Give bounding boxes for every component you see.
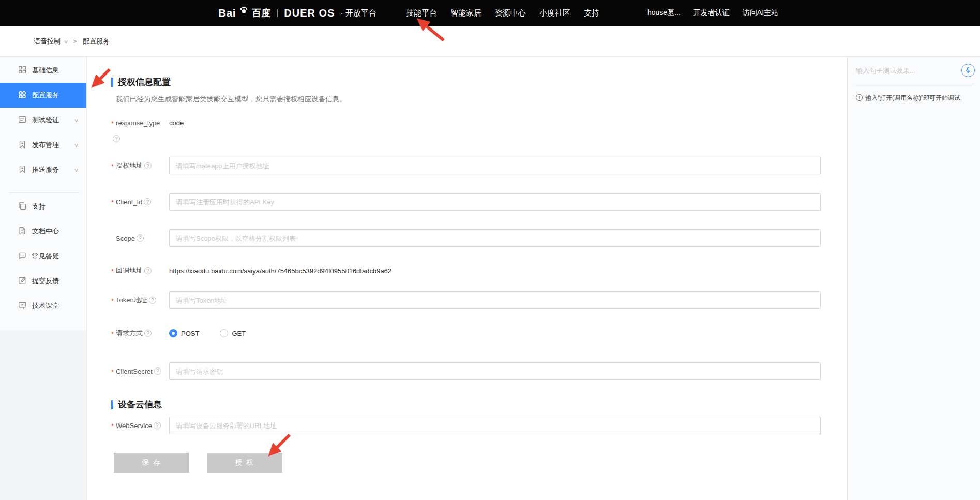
- callback-url-value: https://xiaodu.baidu.com/saiya/auth/7546…: [169, 267, 391, 275]
- test-panel-divider: [856, 84, 975, 84]
- auth-url-input[interactable]: [169, 157, 821, 174]
- sidebar-item-label: 发布管理: [32, 140, 59, 150]
- top-nav-bar: Bai 百度 | DUER OS · 开放平台 技能平台 智能家居 资源中心 小…: [0, 0, 980, 26]
- grid-icon: [18, 66, 26, 76]
- sidebar-link-doc-center[interactable]: 文档中心: [0, 219, 86, 244]
- radio-label: POST: [181, 330, 199, 337]
- form-row-response-type: * response_type code: [111, 117, 847, 128]
- chevron-down-icon[interactable]: ∨: [64, 39, 69, 45]
- sidebar-link-label: 技术课堂: [32, 301, 59, 311]
- document-card-icon: [18, 115, 26, 125]
- section-accent-bar: [111, 78, 113, 87]
- required-asterisk: *: [111, 163, 114, 170]
- test-panel: ! 输入“打开(调用名称)”即可开始调试: [847, 57, 980, 500]
- nav-item-skill-platform[interactable]: 技能平台: [406, 8, 437, 18]
- sidebar-link-support[interactable]: 支持: [0, 194, 86, 219]
- help-icon[interactable]: ?: [137, 234, 144, 242]
- form-row-auth-url: * 授权地址 ?: [111, 157, 847, 174]
- field-label: Scope: [116, 234, 135, 242]
- section-title: 授权信息配置: [118, 76, 171, 88]
- screen-play-icon: [18, 301, 26, 311]
- nav-item-resource-center[interactable]: 资源中心: [495, 8, 526, 18]
- save-button[interactable]: 保 存: [114, 453, 189, 473]
- nav-item-smart-home[interactable]: 智能家居: [450, 8, 481, 18]
- bookmark-plus-icon: [18, 140, 26, 150]
- sidebar-item-basic-info[interactable]: 基础信息: [0, 58, 86, 83]
- field-label: ClientSecret: [116, 367, 153, 375]
- sidebar-item-test-verify[interactable]: 测试验证 ∨: [0, 108, 86, 133]
- form-row-scope: * Scope ?: [111, 229, 847, 247]
- scope-input[interactable]: [169, 229, 821, 247]
- authorize-button[interactable]: 授 权: [207, 453, 282, 473]
- radio-post[interactable]: POST: [169, 329, 199, 337]
- field-label: Client_Id: [116, 198, 142, 206]
- help-icon[interactable]: ?: [113, 135, 120, 142]
- section-title: 设备云信息: [118, 399, 162, 410]
- field-label: response_type: [116, 119, 160, 127]
- top-nav-menu: 技能平台 智能家居 资源中心 小度社区 支持: [406, 0, 599, 26]
- sidebar-link-label: 文档中心: [32, 227, 59, 236]
- sidebar-link-faq[interactable]: 常见答疑: [0, 244, 86, 269]
- webservice-input[interactable]: [169, 417, 821, 434]
- test-sentence-input[interactable]: [856, 67, 957, 75]
- required-asterisk: *: [111, 268, 114, 275]
- token-url-input[interactable]: [169, 291, 821, 309]
- field-label: 授权地址: [116, 161, 143, 170]
- baidu-dueros-logo[interactable]: Bai 百度 | DUER OS · 开放平台: [218, 0, 376, 26]
- section-accent-bar: [111, 400, 113, 409]
- microphone-button[interactable]: [961, 64, 975, 77]
- sidebar-item-label: 测试验证: [32, 115, 59, 125]
- section-auth-config: 授权信息配置: [111, 76, 847, 88]
- logo-text-platform: · 开放平台: [340, 8, 376, 18]
- edit-square-icon: [18, 276, 26, 286]
- help-icon[interactable]: ?: [144, 198, 151, 205]
- ai-site-link[interactable]: 访问AI主站: [743, 8, 778, 18]
- test-hint-text: 输入“打开(调用名称)”即可开始调试: [865, 94, 960, 102]
- sidebar-item-publish-manage[interactable]: 发布管理 ∨: [0, 133, 86, 157]
- user-menu[interactable]: house墓...: [647, 8, 681, 18]
- logo-text-bai: Bai: [218, 7, 236, 19]
- nav-item-support[interactable]: 支持: [584, 8, 599, 18]
- top-nav-user-area: house墓... 开发者认证 访问AI主站: [647, 0, 778, 26]
- radio-label: GET: [232, 330, 246, 337]
- client-secret-input[interactable]: [169, 362, 821, 380]
- required-asterisk: *: [111, 120, 114, 127]
- radio-get[interactable]: GET: [220, 329, 246, 337]
- sidebar-link-label: 提交反馈: [32, 276, 59, 286]
- help-icon[interactable]: ?: [154, 422, 161, 429]
- breadcrumb-parent[interactable]: 语音控制: [34, 37, 61, 46]
- help-icon[interactable]: ?: [154, 367, 161, 375]
- sidebar-link-label: 支持: [32, 202, 46, 211]
- chevron-down-icon: ∨: [73, 117, 79, 123]
- section-description: 我们已经为您生成智能家居类技能交互模型，您只需要授权相应设备信息。: [116, 95, 847, 104]
- main-content: 授权信息配置 我们已经为您生成智能家居类技能交互模型，您只需要授权相应设备信息。…: [87, 57, 847, 500]
- breadcrumb-current: 配置服务: [83, 37, 110, 46]
- developer-cert-link[interactable]: 开发者认证: [693, 8, 730, 18]
- field-label: Token地址: [116, 296, 147, 305]
- sidebar-link-label: 常见答疑: [32, 252, 59, 261]
- help-icon[interactable]: ?: [144, 267, 152, 274]
- help-icon[interactable]: ?: [144, 330, 152, 337]
- required-asterisk: *: [111, 297, 114, 305]
- info-icon: !: [856, 94, 863, 101]
- sidebar-item-push-service[interactable]: 推送服务 ∨: [0, 157, 86, 182]
- sidebar-item-label: 推送服务: [32, 165, 59, 174]
- help-icon[interactable]: ?: [149, 297, 156, 304]
- chevron-down-icon: ∨: [73, 167, 79, 173]
- sidebar: 基础信息 配置服务 测试验证 ∨ 发布管理 ∨ 推送服务 ∨: [0, 57, 87, 500]
- form-row-client-secret: * ClientSecret ?: [111, 362, 847, 380]
- chevron-down-icon: ∨: [73, 142, 79, 148]
- document-icon: [18, 227, 26, 237]
- baidu-paw-icon: [239, 5, 248, 16]
- client-id-input[interactable]: [169, 193, 821, 211]
- radio-selected-icon: [169, 329, 177, 337]
- sidebar-item-config-service[interactable]: 配置服务: [0, 83, 86, 108]
- form-row-token-url: * Token地址 ?: [111, 291, 847, 309]
- logo-divider: |: [276, 8, 278, 18]
- sidebar-link-tech-class[interactable]: 技术课堂: [0, 293, 86, 318]
- help-icon[interactable]: ?: [144, 162, 152, 169]
- sidebar-link-feedback[interactable]: 提交反馈: [0, 269, 86, 293]
- field-label: 请求方式: [116, 329, 143, 338]
- nav-item-xiaodu-community[interactable]: 小度社区: [539, 8, 570, 18]
- breadcrumb: 语音控制 ∨ > 配置服务: [0, 26, 980, 57]
